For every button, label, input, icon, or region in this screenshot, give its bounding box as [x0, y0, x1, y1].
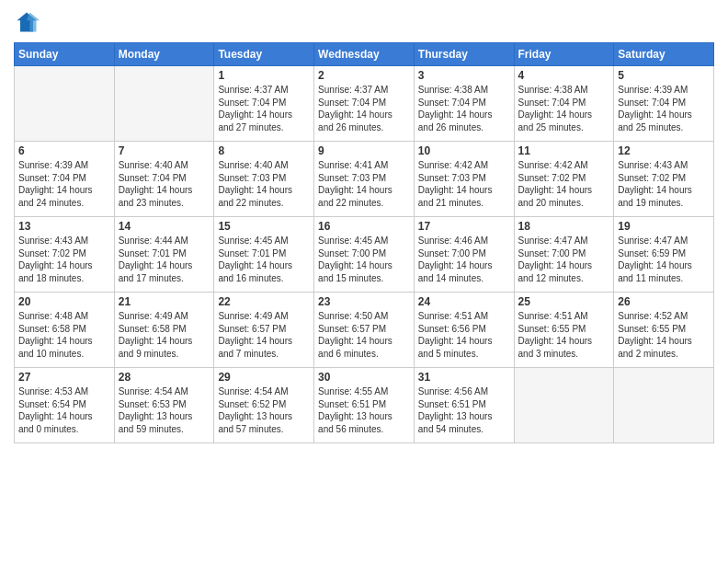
day-number: 27 — [18, 371, 110, 384]
day-header-tuesday: Tuesday — [214, 43, 314, 66]
calendar-cell: 24Sunrise: 4:51 AMSunset: 6:56 PMDayligh… — [414, 293, 514, 368]
logo-icon — [14, 9, 40, 35]
calendar-cell: 6Sunrise: 4:39 AMSunset: 7:04 PMDaylight… — [15, 142, 115, 217]
day-number: 8 — [218, 144, 310, 157]
calendar-cell: 19Sunrise: 4:47 AMSunset: 6:59 PMDayligh… — [614, 217, 714, 293]
cell-info: Sunrise: 4:51 AMSunset: 6:55 PMDaylight:… — [518, 310, 610, 360]
day-number: 13 — [18, 220, 110, 233]
week-row-1: 1Sunrise: 4:37 AMSunset: 7:04 PMDaylight… — [15, 66, 714, 142]
calendar-cell: 25Sunrise: 4:51 AMSunset: 6:55 PMDayligh… — [514, 293, 614, 368]
day-header-sunday: Sunday — [15, 43, 115, 66]
cell-info: Sunrise: 4:42 AMSunset: 7:02 PMDaylight:… — [518, 159, 610, 209]
day-number: 21 — [119, 295, 210, 308]
cell-info: Sunrise: 4:45 AMSunset: 7:01 PMDaylight:… — [218, 235, 310, 284]
calendar-cell: 2Sunrise: 4:37 AMSunset: 7:04 PMDaylight… — [314, 66, 415, 142]
cell-info: Sunrise: 4:49 AMSunset: 6:58 PMDaylight:… — [119, 310, 210, 360]
calendar-cell: 15Sunrise: 4:45 AMSunset: 7:01 PMDayligh… — [214, 217, 314, 293]
cell-info: Sunrise: 4:39 AMSunset: 7:04 PMDaylight:… — [618, 84, 710, 133]
day-header-monday: Monday — [114, 43, 214, 66]
calendar-cell: 30Sunrise: 4:55 AMSunset: 6:51 PMDayligh… — [314, 368, 415, 443]
cell-info: Sunrise: 4:41 AMSunset: 7:03 PMDaylight:… — [318, 159, 410, 209]
cell-info: Sunrise: 4:53 AMSunset: 6:54 PMDaylight:… — [18, 385, 110, 435]
day-number: 16 — [318, 220, 410, 233]
day-number: 6 — [18, 144, 110, 157]
calendar-cell: 28Sunrise: 4:54 AMSunset: 6:53 PMDayligh… — [114, 368, 214, 443]
day-number: 11 — [518, 144, 610, 157]
calendar-cell — [114, 66, 214, 142]
header — [14, 9, 714, 35]
calendar-cell: 4Sunrise: 4:38 AMSunset: 7:04 PMDaylight… — [514, 66, 614, 142]
calendar-cell: 7Sunrise: 4:40 AMSunset: 7:04 PMDaylight… — [114, 142, 214, 217]
calendar-cell — [614, 368, 714, 443]
calendar-cell — [514, 368, 614, 443]
day-number: 24 — [418, 295, 510, 308]
cell-info: Sunrise: 4:37 AMSunset: 7:04 PMDaylight:… — [218, 84, 310, 133]
cell-info: Sunrise: 4:51 AMSunset: 6:56 PMDaylight:… — [418, 310, 510, 360]
cell-info: Sunrise: 4:54 AMSunset: 6:52 PMDaylight:… — [218, 385, 310, 435]
calendar-cell: 18Sunrise: 4:47 AMSunset: 7:00 PMDayligh… — [514, 217, 614, 293]
cell-info: Sunrise: 4:54 AMSunset: 6:53 PMDaylight:… — [119, 385, 210, 435]
logo — [14, 9, 43, 35]
day-number: 15 — [218, 220, 310, 233]
week-row-2: 6Sunrise: 4:39 AMSunset: 7:04 PMDaylight… — [15, 142, 714, 217]
cell-info: Sunrise: 4:43 AMSunset: 7:02 PMDaylight:… — [618, 159, 710, 209]
day-number: 5 — [618, 69, 710, 82]
day-number: 19 — [618, 220, 710, 233]
calendar-cell: 27Sunrise: 4:53 AMSunset: 6:54 PMDayligh… — [15, 368, 115, 443]
day-number: 18 — [518, 220, 610, 233]
calendar-cell: 29Sunrise: 4:54 AMSunset: 6:52 PMDayligh… — [214, 368, 314, 443]
cell-info: Sunrise: 4:37 AMSunset: 7:04 PMDaylight:… — [318, 84, 410, 133]
cell-info: Sunrise: 4:44 AMSunset: 7:01 PMDaylight:… — [119, 235, 210, 284]
calendar-cell: 22Sunrise: 4:49 AMSunset: 6:57 PMDayligh… — [214, 293, 314, 368]
cell-info: Sunrise: 4:38 AMSunset: 7:04 PMDaylight:… — [518, 84, 610, 133]
day-header-wednesday: Wednesday — [314, 43, 415, 66]
calendar-cell: 3Sunrise: 4:38 AMSunset: 7:04 PMDaylight… — [414, 66, 514, 142]
day-number: 7 — [119, 144, 210, 157]
calendar-header-row: SundayMondayTuesdayWednesdayThursdayFrid… — [15, 43, 714, 66]
day-number: 2 — [318, 69, 410, 82]
cell-info: Sunrise: 4:39 AMSunset: 7:04 PMDaylight:… — [18, 159, 110, 209]
calendar-cell: 13Sunrise: 4:43 AMSunset: 7:02 PMDayligh… — [15, 217, 115, 293]
day-number: 12 — [618, 144, 710, 157]
calendar-cell: 26Sunrise: 4:52 AMSunset: 6:55 PMDayligh… — [614, 293, 714, 368]
calendar-cell: 16Sunrise: 4:45 AMSunset: 7:00 PMDayligh… — [314, 217, 415, 293]
cell-info: Sunrise: 4:47 AMSunset: 6:59 PMDaylight:… — [618, 235, 710, 284]
day-header-saturday: Saturday — [614, 43, 714, 66]
calendar-cell: 20Sunrise: 4:48 AMSunset: 6:58 PMDayligh… — [15, 293, 115, 368]
day-number: 20 — [18, 295, 110, 308]
day-header-friday: Friday — [514, 43, 614, 66]
calendar-cell: 23Sunrise: 4:50 AMSunset: 6:57 PMDayligh… — [314, 293, 415, 368]
cell-info: Sunrise: 4:46 AMSunset: 7:00 PMDaylight:… — [418, 235, 510, 284]
week-row-5: 27Sunrise: 4:53 AMSunset: 6:54 PMDayligh… — [15, 368, 714, 443]
cell-info: Sunrise: 4:47 AMSunset: 7:00 PMDaylight:… — [518, 235, 610, 284]
week-row-3: 13Sunrise: 4:43 AMSunset: 7:02 PMDayligh… — [15, 217, 714, 293]
day-number: 22 — [218, 295, 310, 308]
cell-info: Sunrise: 4:43 AMSunset: 7:02 PMDaylight:… — [18, 235, 110, 284]
day-number: 1 — [218, 69, 310, 82]
day-number: 14 — [119, 220, 210, 233]
calendar-cell: 10Sunrise: 4:42 AMSunset: 7:03 PMDayligh… — [414, 142, 514, 217]
week-row-4: 20Sunrise: 4:48 AMSunset: 6:58 PMDayligh… — [15, 293, 714, 368]
cell-info: Sunrise: 4:40 AMSunset: 7:03 PMDaylight:… — [218, 159, 310, 209]
day-number: 23 — [318, 295, 410, 308]
cell-info: Sunrise: 4:40 AMSunset: 7:04 PMDaylight:… — [119, 159, 210, 209]
cell-info: Sunrise: 4:45 AMSunset: 7:00 PMDaylight:… — [318, 235, 410, 284]
day-header-thursday: Thursday — [414, 43, 514, 66]
cell-info: Sunrise: 4:38 AMSunset: 7:04 PMDaylight:… — [418, 84, 510, 133]
cell-info: Sunrise: 4:48 AMSunset: 6:58 PMDaylight:… — [18, 310, 110, 360]
calendar-cell: 9Sunrise: 4:41 AMSunset: 7:03 PMDaylight… — [314, 142, 415, 217]
page: SundayMondayTuesdayWednesdayThursdayFrid… — [0, 0, 728, 563]
cell-info: Sunrise: 4:55 AMSunset: 6:51 PMDaylight:… — [318, 385, 410, 435]
day-number: 9 — [318, 144, 410, 157]
day-number: 4 — [518, 69, 610, 82]
calendar-cell — [15, 66, 115, 142]
day-number: 26 — [618, 295, 710, 308]
day-number: 17 — [418, 220, 510, 233]
calendar-cell: 5Sunrise: 4:39 AMSunset: 7:04 PMDaylight… — [614, 66, 714, 142]
calendar-cell: 17Sunrise: 4:46 AMSunset: 7:00 PMDayligh… — [414, 217, 514, 293]
day-number: 30 — [318, 371, 410, 384]
calendar: SundayMondayTuesdayWednesdayThursdayFrid… — [14, 42, 714, 443]
cell-info: Sunrise: 4:50 AMSunset: 6:57 PMDaylight:… — [318, 310, 410, 360]
day-number: 28 — [119, 371, 210, 384]
calendar-cell: 31Sunrise: 4:56 AMSunset: 6:51 PMDayligh… — [414, 368, 514, 443]
